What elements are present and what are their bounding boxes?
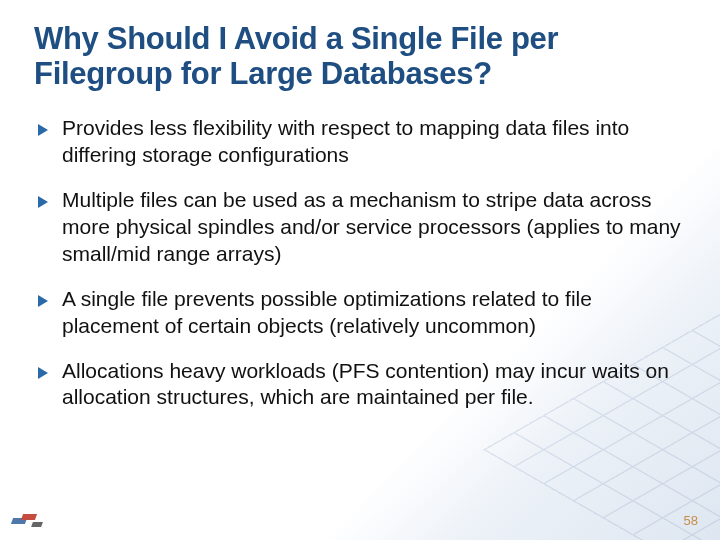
bullet-text: Allocations heavy workloads (PFS content…: [62, 358, 686, 412]
triangle-bullet-icon: [38, 196, 48, 208]
triangle-bullet-icon: [38, 367, 48, 379]
bullet-text: A single file prevents possible optimiza…: [62, 286, 686, 340]
list-item: A single file prevents possible optimiza…: [38, 286, 686, 340]
bullet-text: Provides less flexibility with respect t…: [62, 115, 686, 169]
footer-logo: [12, 512, 46, 530]
triangle-bullet-icon: [38, 124, 48, 136]
list-item: Allocations heavy workloads (PFS content…: [38, 358, 686, 412]
slide-title: Why Should I Avoid a Single File per Fil…: [34, 22, 686, 91]
page-number: 58: [684, 513, 698, 528]
bullet-list: Provides less flexibility with respect t…: [34, 115, 686, 411]
slide: Why Should I Avoid a Single File per Fil…: [0, 0, 720, 540]
bullet-text: Multiple files can be used as a mechanis…: [62, 187, 686, 268]
list-item: Multiple files can be used as a mechanis…: [38, 187, 686, 268]
list-item: Provides less flexibility with respect t…: [38, 115, 686, 169]
triangle-bullet-icon: [38, 295, 48, 307]
